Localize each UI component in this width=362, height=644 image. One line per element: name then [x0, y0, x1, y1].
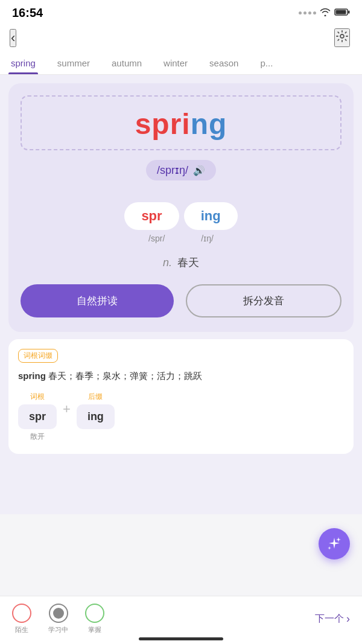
natural-phonics-button[interactable]: 自然拼读	[21, 284, 174, 317]
morpheme-tag: 词根词缀	[18, 349, 58, 363]
morpheme-parts-row: 词根 spr 散开 + 后缀 ing	[18, 392, 344, 442]
learning-label: 学习中	[48, 625, 68, 634]
status-icons	[299, 8, 350, 19]
sparkle-fab-button[interactable]	[319, 528, 350, 560]
root-label: 词根	[30, 392, 45, 402]
part-of-speech: n.	[163, 257, 172, 269]
svg-point-3	[340, 34, 344, 38]
wifi-icon	[320, 8, 331, 19]
main-content: spring /sprɪŋ/ 🔊 spr ing /spr/ /ɪŋ/	[0, 75, 362, 514]
svg-rect-1	[336, 10, 346, 14]
split-sound-button[interactable]: 拆分发音	[186, 284, 341, 317]
word-display-box: spring	[21, 95, 341, 150]
suffix-box: ing	[77, 404, 115, 429]
morpheme-meanings: 春天；春季；泉水；弹簧；活力；跳跃	[48, 371, 202, 381]
suffix-label: 后缀	[88, 392, 103, 402]
unfamiliar-circle	[12, 604, 31, 623]
morpheme-root-part: 词根 spr 散开	[18, 392, 57, 442]
tab-winter[interactable]: winter	[153, 52, 198, 74]
signal-dots	[299, 11, 316, 14]
unfamiliar-label: 陌生	[15, 625, 28, 634]
phonetic-text: /sprɪŋ/	[157, 164, 188, 177]
battery-icon	[334, 8, 350, 19]
bottom-bar: 陌生 学习中 掌握 下一个 ›	[0, 596, 362, 644]
syllable-ing: ing	[184, 202, 238, 230]
root-box: spr	[18, 404, 57, 429]
mastered-status[interactable]: 掌握	[85, 604, 104, 634]
bottom-status-icons: 陌生 学习中 掌握	[12, 604, 104, 634]
learning-status[interactable]: 学习中	[48, 604, 68, 634]
word-card: spring /sprɪŋ/ 🔊 spr ing /spr/ /ɪŋ/	[8, 83, 354, 332]
home-indicator	[139, 637, 223, 640]
status-time: 16:54	[12, 6, 43, 20]
back-button[interactable]: ‹	[10, 29, 16, 47]
learning-circle-inner	[53, 608, 64, 619]
sound-icon[interactable]: 🔊	[193, 165, 205, 176]
tabs-container: spring summer autumn winter season p...	[0, 52, 362, 75]
morpheme-suffix-part: 后缀 ing	[77, 392, 115, 429]
mastered-label: 掌握	[88, 625, 101, 634]
word-part-red2: i	[182, 108, 190, 140]
unfamiliar-status[interactable]: 陌生	[12, 604, 31, 634]
root-meaning: 散开	[30, 432, 45, 442]
tab-spring[interactable]: spring	[0, 52, 46, 74]
mastered-circle	[85, 604, 104, 623]
word-title: spring	[34, 107, 328, 141]
morpheme-definition: spring 春天；春季；泉水；弹簧；活力；跳跃	[18, 369, 344, 383]
definition: n. 春天	[21, 255, 341, 270]
syllable-row: spr ing	[21, 202, 341, 230]
tab-season[interactable]: season	[198, 52, 249, 74]
word-part-blue: ng	[191, 108, 227, 140]
syllable-phonetic-row: /spr/ /ɪŋ/	[21, 234, 341, 243]
definition-text: 春天	[177, 257, 199, 269]
phonetic-badge: /sprɪŋ/ 🔊	[146, 160, 216, 180]
next-button[interactable]: 下一个 ›	[315, 613, 350, 625]
word-part-red: spr	[135, 108, 182, 140]
learning-circle	[49, 604, 68, 623]
syllable-spr: spr	[124, 202, 179, 230]
morpheme-plus: +	[63, 401, 71, 417]
top-nav: ‹	[0, 24, 362, 52]
next-label: 下一个	[315, 613, 344, 625]
settings-button[interactable]	[334, 28, 350, 47]
syllable-spr-phonetic: /spr/	[148, 234, 165, 243]
morpheme-section: 词根词缀 spring 春天；春季；泉水；弹簧；活力；跳跃 词根 spr 散开 …	[8, 339, 354, 454]
morpheme-word-key: spring	[18, 371, 46, 381]
syllable-ing-phonetic: /ɪŋ/	[201, 234, 214, 243]
status-bar: 16:54	[0, 0, 362, 24]
next-arrow: ›	[346, 613, 350, 625]
tab-more[interactable]: p...	[249, 52, 284, 74]
action-buttons: 自然拼读 拆分发音	[21, 284, 341, 317]
tab-autumn[interactable]: autumn	[101, 52, 153, 74]
tab-summer[interactable]: summer	[46, 52, 101, 74]
svg-rect-2	[348, 10, 350, 13]
